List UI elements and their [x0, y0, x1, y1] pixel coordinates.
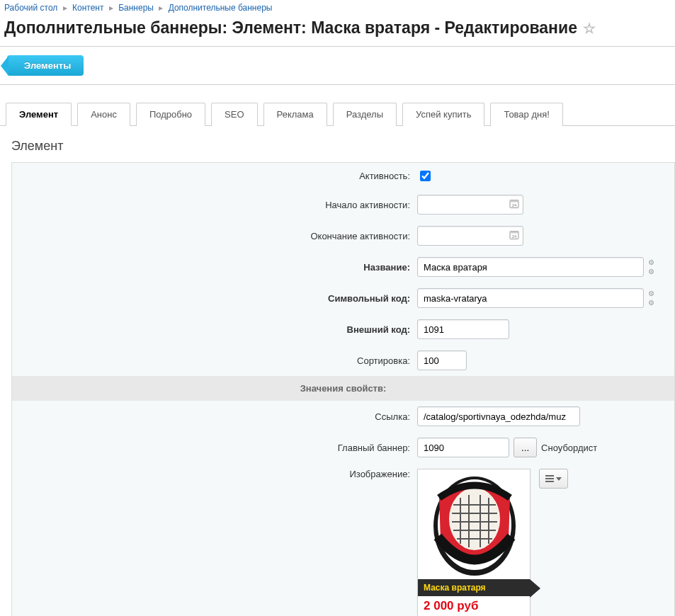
image-actions-button[interactable]	[539, 469, 568, 489]
main-banner-id-input[interactable]	[417, 438, 509, 457]
label-link: Ссылка:	[21, 411, 417, 422]
tab-sections[interactable]: Разделы	[333, 103, 397, 126]
back-to-elements-button[interactable]: Элементы	[7, 55, 84, 76]
breadcrumb-item[interactable]: Контент	[72, 3, 103, 13]
label-active-from: Начало активности:	[21, 200, 417, 210]
label-image: Изображение:	[21, 469, 417, 479]
form: Активность: Начало активности: 24 Оконча…	[11, 162, 675, 616]
group-properties-header: Значения свойств:	[12, 376, 674, 401]
chevron-right-icon: ▸	[63, 3, 67, 13]
breadcrumb: Рабочий стол ▸ Контент ▸ Баннеры ▸ Допол…	[0, 0, 675, 16]
page-title: Дополнительные баннеры: Элемент: Маска в…	[0, 16, 675, 46]
chevron-right-icon: ▸	[159, 3, 163, 13]
link-input[interactable]	[417, 406, 580, 426]
name-input[interactable]	[417, 257, 644, 277]
image-preview[interactable]	[418, 469, 530, 579]
label-sort: Сортировка:	[21, 355, 417, 366]
xml-id-input[interactable]	[417, 319, 509, 339]
page-title-text: Дополнительные баннеры: Элемент: Маска в…	[4, 18, 577, 38]
image-price: 2 000 руб	[418, 596, 530, 616]
main-banner-name: Сноубордист	[541, 443, 597, 453]
label-active: Активность:	[21, 171, 417, 181]
code-input[interactable]	[417, 288, 644, 308]
section-title: Элемент	[0, 126, 675, 162]
field-settings-icon[interactable]: ⚙⚙	[648, 258, 654, 275]
tab-tovar-dnya[interactable]: Товар дня!	[490, 103, 562, 126]
chevron-down-icon	[556, 477, 562, 481]
label-main-banner: Главный баннер:	[21, 443, 417, 453]
label-active-to: Окончание активности:	[21, 231, 417, 241]
favorite-star-icon[interactable]: ☆	[583, 20, 596, 37]
field-settings-icon[interactable]: ⚙⚙	[648, 290, 654, 307]
tab-detail[interactable]: Подробно	[136, 103, 205, 126]
label-xml-id: Внешний код:	[21, 324, 417, 335]
tabs: Элемент Анонс Подробно SEO Реклама Разде…	[0, 95, 675, 126]
svg-point-8	[449, 488, 500, 550]
breadcrumb-item[interactable]: Дополнительные баннеры	[169, 3, 273, 13]
label-name: Название:	[21, 262, 417, 273]
label-code: Символьный код:	[21, 293, 417, 304]
browse-button[interactable]: ...	[514, 438, 537, 457]
tab-anons[interactable]: Анонс	[77, 103, 130, 126]
tab-seo[interactable]: SEO	[211, 103, 257, 126]
active-to-input[interactable]	[417, 226, 523, 246]
sort-input[interactable]	[417, 350, 467, 370]
active-from-input[interactable]	[417, 195, 523, 215]
hamburger-icon	[545, 475, 554, 482]
tab-reklama[interactable]: Реклама	[263, 103, 327, 126]
chevron-right-icon: ▸	[109, 3, 113, 13]
breadcrumb-item[interactable]: Баннеры	[118, 3, 154, 13]
image-preview-card: Маска вратаря 2 000 руб	[417, 469, 531, 616]
active-checkbox[interactable]	[420, 171, 431, 181]
tab-uspei-kupit[interactable]: Успей купить	[402, 103, 484, 126]
breadcrumb-item[interactable]: Рабочий стол	[4, 3, 57, 13]
image-caption: Маска вратаря	[418, 579, 530, 596]
toolbar: Элементы	[0, 46, 675, 85]
tab-element[interactable]: Элемент	[6, 103, 72, 126]
